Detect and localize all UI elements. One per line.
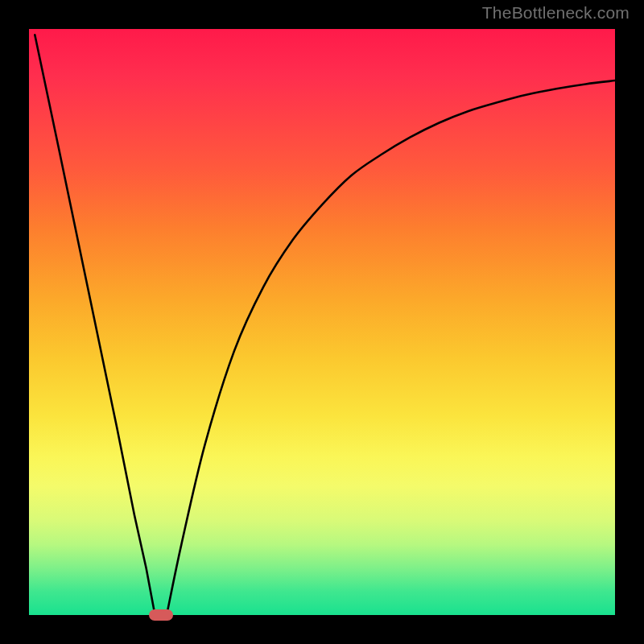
curve-svg: [29, 29, 615, 615]
watermark-text: TheBottleneck.com: [482, 3, 630, 23]
plot-area: [29, 29, 615, 615]
chart-frame: TheBottleneck.com: [0, 0, 644, 644]
curve-right-branch: [167, 80, 615, 615]
highlight-marker: [149, 609, 174, 621]
curve-left-branch: [35, 35, 155, 615]
